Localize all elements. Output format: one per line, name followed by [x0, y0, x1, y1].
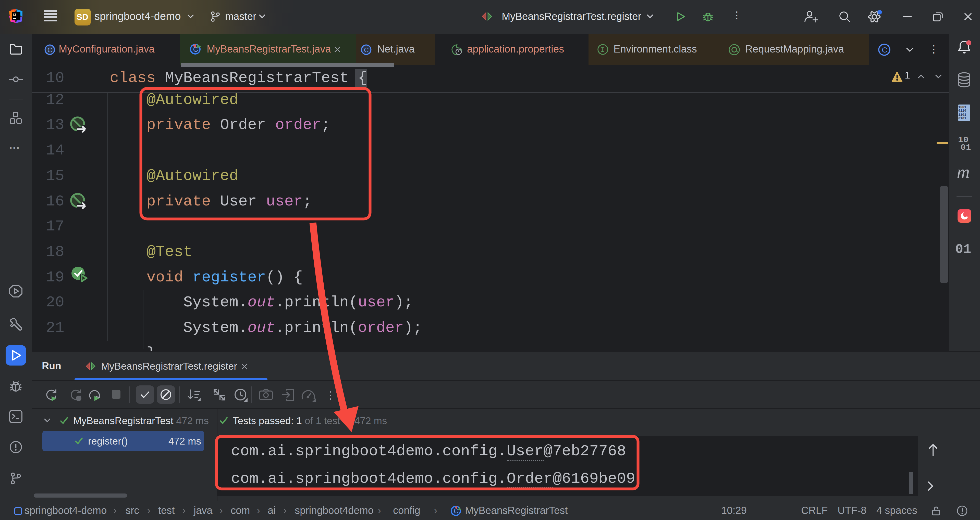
- svg-text:IJ: IJ: [13, 13, 16, 17]
- svg-text:C: C: [364, 46, 369, 54]
- svg-text:C: C: [47, 46, 52, 54]
- svg-text:C: C: [881, 45, 887, 54]
